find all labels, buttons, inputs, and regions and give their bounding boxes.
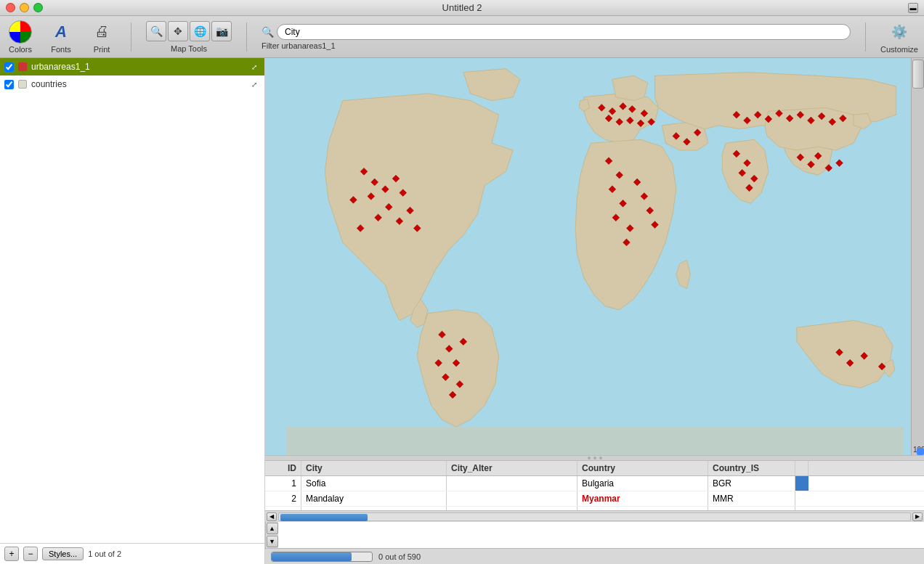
map-tools-label: Map Tools: [171, 44, 207, 53]
table-header: ID City City_Alter Country Country_IS: [265, 461, 924, 476]
world-map-svg: [265, 58, 924, 455]
customize-label: Customize: [880, 45, 918, 54]
globe-button[interactable]: 🌐: [190, 21, 210, 41]
zoom-in-button[interactable]: 🔍: [146, 21, 166, 41]
filter-input[interactable]: [277, 24, 851, 40]
resize-dot-1: [588, 457, 591, 459]
map-area[interactable]: 100: [265, 58, 924, 455]
th-city: City: [301, 461, 447, 475]
add-layer-button[interactable]: +: [4, 547, 19, 561]
fonts-button[interactable]: A Fonts: [46, 20, 76, 54]
progress-fill: [272, 552, 352, 561]
table-rows: 1 Sofia Bulgaria BGR 2 Mandalay Myanmar …: [265, 476, 924, 510]
layer-count: 1 out of 2: [88, 549, 121, 558]
td-country-2: Myanmar: [578, 491, 708, 506]
print-button[interactable]: 🖨 Print: [87, 20, 116, 54]
scroll-thumb-h[interactable]: [280, 514, 368, 521]
layer-item-countries[interactable]: countries ⤢: [0, 75, 264, 93]
layer-checkbox-countries[interactable]: [4, 80, 14, 89]
sidebar-bottom: + − Styles... 1 out of 2: [0, 543, 264, 564]
pan-button[interactable]: ✥: [168, 21, 188, 41]
table-scroll-up[interactable]: ▲: [267, 523, 278, 534]
td-id-2: 2: [265, 491, 301, 506]
colors-label: Colors: [9, 45, 32, 54]
table-row[interactable]: 1 Sofia Bulgaria BGR: [265, 476, 924, 491]
layer-expand-urbanareas[interactable]: ⤢: [248, 61, 260, 73]
status-text: 0 out of 590: [378, 552, 421, 561]
td-scroll-2: [795, 491, 808, 506]
customize-button[interactable]: ⚙️ Customize: [880, 20, 918, 54]
td-city-2: Mandalay: [301, 491, 447, 506]
customize-icon: ⚙️: [888, 20, 911, 44]
horizontal-scrollbar[interactable]: ◀ ▶: [265, 510, 924, 522]
layer-expand-countries[interactable]: ⤢: [248, 78, 260, 90]
td-id-1: 1: [265, 476, 301, 491]
th-scroll: [795, 461, 808, 475]
separator-2: [246, 23, 247, 52]
close-button[interactable]: [6, 3, 15, 12]
map-tools-group: 🔍 ✥ 🌐 📷 Map Tools: [146, 21, 232, 53]
blue-dot-indicator: [917, 448, 924, 455]
svg-rect-1: [286, 427, 904, 455]
window-controls: [6, 3, 43, 12]
resize-dot-3: [599, 457, 602, 459]
table-area: ID City City_Alter Country Country_IS 1 …: [265, 461, 924, 548]
remove-layer-button[interactable]: −: [23, 547, 38, 561]
td-city-alter-2: [447, 491, 578, 506]
layer-item-urbanareas[interactable]: urbanareas1_1 ⤢: [0, 58, 264, 75]
colors-button[interactable]: Colors: [6, 20, 35, 54]
search-icon: 🔍: [262, 26, 274, 38]
layer-checkbox-urbanareas[interactable]: [4, 62, 14, 72]
styles-button[interactable]: Styles...: [42, 547, 84, 560]
td-city-alter-1: [447, 476, 578, 491]
layer-name-countries: countries: [31, 79, 244, 89]
scroll-track[interactable]: [912, 90, 924, 444]
td-scroll-1: [795, 476, 808, 491]
table-row[interactable]: 2 Mandalay Myanmar MMR: [265, 491, 924, 507]
filter-label: Filter urbanareas1_1: [262, 41, 336, 50]
progress-bar: [271, 552, 373, 562]
separator-1: [131, 23, 131, 52]
right-panel: 100 ID City City_Alter Country Country_I…: [265, 58, 924, 564]
table-scroll-right: ▲ ▼: [265, 522, 278, 548]
separator-3: [865, 23, 866, 52]
td-country-is-1: BGR: [708, 476, 795, 491]
th-country-is: Country_IS: [708, 461, 795, 475]
scroll-track-h[interactable]: [278, 512, 911, 521]
layer-name-urbanareas: urbanareas1_1: [31, 62, 244, 72]
filter-input-wrap: 🔍: [262, 24, 851, 40]
resize-dot-2: [593, 457, 596, 459]
minimize-button[interactable]: [20, 3, 29, 12]
print-icon: 🖨: [90, 20, 113, 44]
print-label: Print: [94, 45, 110, 54]
filter-group: 🔍 Filter urbanareas1_1: [262, 24, 851, 50]
th-id: ID: [265, 461, 301, 475]
expand-button[interactable]: ▬: [908, 3, 918, 13]
title-bar: Untitled 2 ▬: [0, 0, 924, 16]
toolbar: Colors A Fonts 🖨 Print 🔍 ✥ 🌐 📷 Map Tools…: [0, 16, 924, 58]
camera-button[interactable]: 📷: [211, 21, 232, 41]
sidebar-spacer: [0, 93, 264, 543]
fonts-label: Fonts: [51, 45, 71, 54]
main-content: urbanareas1_1 ⤢ countries ⤢ + − Styles..…: [0, 58, 924, 564]
layer-color-urbanareas: [18, 62, 27, 71]
map-tools-icons: 🔍 ✥ 🌐 📷: [146, 21, 232, 41]
td-city-1: Sofia: [301, 476, 447, 491]
td-country-is-2: MMR: [708, 491, 795, 506]
scroll-right-button[interactable]: ▶: [912, 512, 923, 521]
table-scroll-down[interactable]: ▼: [267, 536, 278, 547]
status-bar: 0 out of 590: [265, 548, 924, 564]
td-country-1: Bulgaria: [578, 476, 708, 491]
maximize-button[interactable]: [33, 3, 43, 12]
th-city-alter: City_Alter: [447, 461, 578, 475]
th-country: Country: [578, 461, 708, 475]
map-scrollbar[interactable]: 100: [911, 58, 924, 455]
scroll-left-button[interactable]: ◀: [267, 512, 277, 521]
sidebar: urbanareas1_1 ⤢ countries ⤢ + − Styles..…: [0, 58, 265, 564]
window-title: Untitled 2: [442, 2, 482, 13]
scroll-thumb[interactable]: [912, 60, 924, 89]
fonts-icon: A: [49, 20, 73, 44]
resize-handle[interactable]: [265, 455, 924, 461]
layer-color-countries: [18, 80, 27, 89]
colors-icon: [9, 20, 32, 44]
